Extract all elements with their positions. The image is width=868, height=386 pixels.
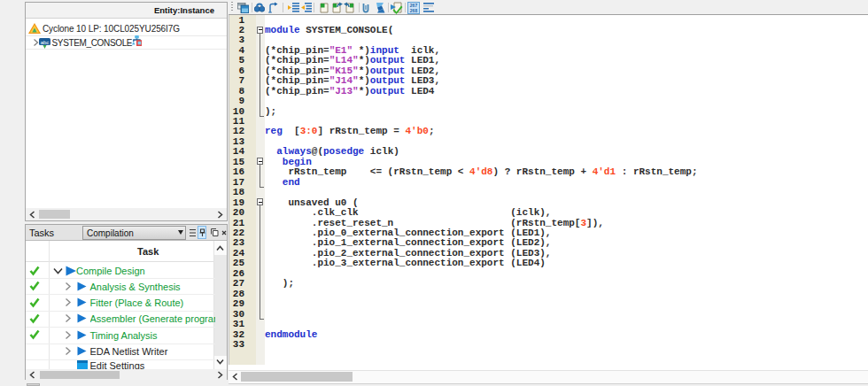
svg-text:abc: abc xyxy=(41,40,50,45)
